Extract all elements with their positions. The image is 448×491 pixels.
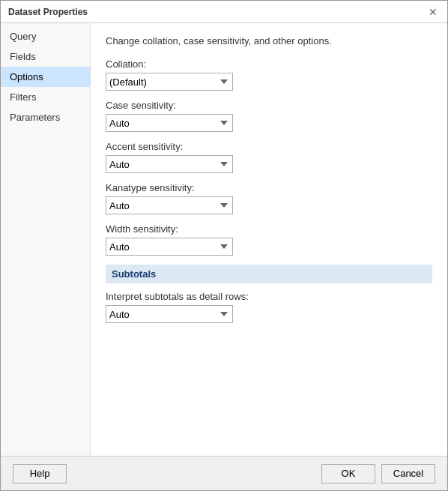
sidebar-item-query[interactable]: Query xyxy=(1,26,90,46)
close-button[interactable]: ✕ xyxy=(426,5,440,19)
case-sensitivity-select[interactable]: Auto Sensitive Insensitive xyxy=(106,114,233,132)
kanatype-sensitivity-group: Kanatype sensitivity: Auto Sensitive Ins… xyxy=(106,182,432,214)
accent-sensitivity-group: Accent sensitivity: Auto Sensitive Insen… xyxy=(106,141,432,173)
footer-left: Help xyxy=(13,464,67,484)
interpret-subtotals-select[interactable]: Auto True False xyxy=(106,305,233,323)
collation-select[interactable]: (Default) Albanian Arabic xyxy=(106,73,233,91)
collation-group: Collation: (Default) Albanian Arabic xyxy=(106,58,432,91)
sidebar-item-options[interactable]: Options xyxy=(1,67,90,87)
dialog-title: Dataset Properties xyxy=(8,7,88,17)
case-sensitivity-label: Case sensitivity: xyxy=(106,100,432,111)
kanatype-sensitivity-select[interactable]: Auto Sensitive Insensitive xyxy=(106,196,233,214)
width-sensitivity-select[interactable]: Auto Sensitive Insensitive xyxy=(106,238,233,256)
interpret-subtotals-group: Interpret subtotals as detail rows: Auto… xyxy=(106,291,432,323)
accent-sensitivity-select[interactable]: Auto Sensitive Insensitive xyxy=(106,155,233,173)
width-sensitivity-group: Width sensitivity: Auto Sensitive Insens… xyxy=(106,223,432,256)
sidebar: Query Fields Options Filters Parameters xyxy=(1,23,91,456)
case-sensitivity-group: Case sensitivity: Auto Sensitive Insensi… xyxy=(106,100,432,132)
dialog-body: Query Fields Options Filters Parameters … xyxy=(1,23,447,456)
title-bar: Dataset Properties ✕ xyxy=(1,1,447,23)
kanatype-sensitivity-label: Kanatype sensitivity: xyxy=(106,182,432,193)
footer-right: OK Cancel xyxy=(321,464,435,484)
dialog-footer: Help OK Cancel xyxy=(1,456,447,490)
sidebar-item-filters[interactable]: Filters xyxy=(1,87,90,107)
interpret-subtotals-label: Interpret subtotals as detail rows: xyxy=(106,291,432,302)
cancel-button[interactable]: Cancel xyxy=(381,464,435,484)
ok-button[interactable]: OK xyxy=(321,464,375,484)
help-button[interactable]: Help xyxy=(13,464,67,484)
collation-label: Collation: xyxy=(106,58,432,70)
accent-sensitivity-label: Accent sensitivity: xyxy=(106,141,432,152)
main-content: Change collation, case sensitivity, and … xyxy=(91,23,447,456)
sidebar-item-fields[interactable]: Fields xyxy=(1,46,90,67)
description-text: Change collation, case sensitivity, and … xyxy=(106,35,432,46)
sidebar-item-parameters[interactable]: Parameters xyxy=(1,107,90,127)
width-sensitivity-label: Width sensitivity: xyxy=(106,223,432,235)
subtotals-section-header: Subtotals xyxy=(106,265,432,283)
dialog: Dataset Properties ✕ Query Fields Option… xyxy=(0,0,448,491)
